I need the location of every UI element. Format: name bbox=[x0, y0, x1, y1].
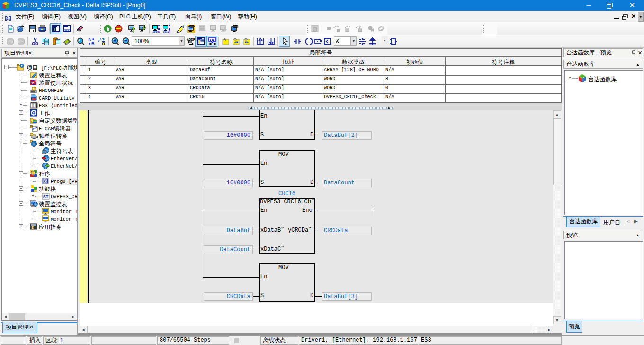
svg-text:A: A bbox=[88, 37, 91, 42]
svg-text:ST: ST bbox=[43, 194, 49, 199]
svg-text:ADDR: ADDR bbox=[187, 38, 195, 41]
svg-text:IOIOI: IOIOI bbox=[152, 30, 160, 33]
svg-text:B: B bbox=[91, 41, 95, 45]
svg-text:IOIOI: IOIOI bbox=[163, 30, 170, 33]
